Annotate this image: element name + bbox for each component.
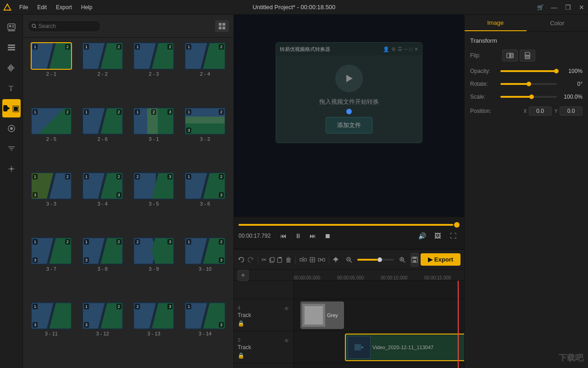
- transition-item-3-14[interactable]: 13 3 - 14: [181, 302, 229, 363]
- sidebar-item-text[interactable]: T: [2, 79, 21, 97]
- sidebar-item-audio[interactable]: [2, 59, 21, 77]
- converter-maximize-btn[interactable]: □: [409, 46, 412, 52]
- rotate-thumb[interactable]: [527, 82, 531, 86]
- grid-view-button[interactable]: [215, 20, 229, 32]
- merge-button[interactable]: [318, 253, 325, 266]
- transition-item-3-2[interactable]: 123 3 - 2: [181, 107, 229, 169]
- cart-icon[interactable]: 🛒: [534, 3, 547, 12]
- track-eye-icon-4[interactable]: 👁: [284, 306, 289, 312]
- transition-item-2-1[interactable]: 12 2 - 1: [28, 42, 75, 104]
- transition-item-3-6[interactable]: 123 3 - 6: [181, 172, 229, 234]
- sidebar-item-transitions[interactable]: ▣: [2, 99, 21, 117]
- fullscreen-button[interactable]: ⛶: [447, 229, 460, 242]
- converter-settings-icon[interactable]: ⚙: [391, 46, 396, 52]
- track-lock-icon-3[interactable]: 🔒: [238, 352, 244, 359]
- delete-button[interactable]: 🗑: [285, 253, 292, 266]
- transition-thumb-2-5[interactable]: 12: [31, 107, 72, 135]
- search-box[interactable]: [28, 20, 101, 32]
- sidebar-item-filters[interactable]: [2, 139, 21, 158]
- transition-item-3-8[interactable]: 123 3 - 8: [79, 237, 127, 299]
- cut-button[interactable]: ✂: [261, 253, 267, 266]
- volume-button[interactable]: 🔊: [416, 229, 428, 242]
- scale-slider[interactable]: [500, 96, 557, 98]
- converter-minimize-btn[interactable]: ─: [404, 46, 408, 52]
- transition-thumb-2-3[interactable]: 12: [133, 42, 174, 70]
- stop-button[interactable]: ⏹: [321, 229, 334, 242]
- transition-item-3-9[interactable]: 23 3 - 9: [130, 237, 178, 299]
- transition-item-3-13[interactable]: 23 3 - 13: [130, 302, 178, 363]
- next-frame-button[interactable]: ⏭: [306, 229, 319, 242]
- transition-thumb-3-11[interactable]: 13: [31, 302, 72, 329]
- progress-bar[interactable]: [239, 224, 460, 226]
- menu-edit[interactable]: Edit: [33, 2, 51, 12]
- transition-thumb-3-14[interactable]: 13: [184, 302, 226, 329]
- restore-button[interactable]: ❒: [561, 3, 574, 12]
- opacity-thumb[interactable]: [554, 69, 559, 73]
- menu-file[interactable]: File: [15, 2, 33, 12]
- search-input[interactable]: [39, 23, 97, 29]
- paste-button[interactable]: [277, 253, 283, 266]
- save-button[interactable]: [410, 253, 419, 267]
- transition-thumb-3-10[interactable]: 123: [184, 237, 226, 265]
- prev-frame-button[interactable]: ⏮: [277, 229, 290, 242]
- app-logo[interactable]: [0, 0, 15, 15]
- add-file-button[interactable]: 添加文件: [326, 117, 372, 134]
- scale-thumb[interactable]: [529, 95, 534, 99]
- transition-item-2-6[interactable]: 12 2 - 6: [79, 107, 127, 169]
- minimize-button[interactable]: —: [548, 3, 560, 12]
- transition-thumb-3-7[interactable]: 123: [31, 237, 72, 265]
- opacity-slider[interactable]: [500, 70, 557, 72]
- transition-item-3-5[interactable]: 23 3 - 5: [130, 172, 178, 234]
- transition-thumb-2-4[interactable]: 12: [184, 42, 226, 70]
- transition-item-3-12[interactable]: 123 3 - 12: [79, 302, 127, 363]
- transition-thumb-3-3[interactable]: 123: [31, 172, 72, 200]
- flip-vertical-button[interactable]: [520, 50, 535, 61]
- screenshot-button[interactable]: 🖼: [431, 229, 444, 242]
- ruler-area[interactable]: 00:00:00.000 00:00:05.000 00:00:10.000 0…: [294, 270, 464, 280]
- tab-color[interactable]: Color: [527, 15, 588, 31]
- transition-thumb-3-5[interactable]: 23: [133, 172, 174, 200]
- transition-thumb-3-2[interactable]: 123: [184, 107, 226, 135]
- track-lock-icon-4[interactable]: 🔒: [238, 320, 244, 327]
- track-eye-icon-3[interactable]: 👁: [284, 338, 289, 344]
- menu-export[interactable]: Export: [51, 2, 77, 12]
- position-x-value[interactable]: 0.0: [529, 106, 552, 116]
- close-button[interactable]: ✕: [575, 3, 588, 12]
- transition-item-3-10[interactable]: 123 3 - 10: [181, 237, 229, 299]
- transition-thumb-3-12[interactable]: 123: [82, 302, 123, 329]
- converter-close-btn[interactable]: ✕: [414, 46, 418, 52]
- pause-button[interactable]: ⏸: [292, 229, 305, 242]
- sidebar-item-layers[interactable]: [2, 39, 21, 57]
- transition-thumb-2-1[interactable]: 12: [31, 42, 72, 70]
- transition-item-2-2[interactable]: 12 2 - 2: [79, 42, 127, 104]
- transition-item-3-3[interactable]: 123 3 - 3: [28, 172, 75, 234]
- transition-thumb-2-6[interactable]: 12: [82, 107, 123, 135]
- transition-thumb-3-8[interactable]: 123: [82, 237, 123, 265]
- split-button[interactable]: [300, 253, 307, 266]
- position-y-value[interactable]: 0.0: [560, 106, 582, 116]
- undo-button[interactable]: [238, 253, 245, 266]
- flip-horizontal-button[interactable]: [502, 50, 518, 61]
- transition-thumb-3-1[interactable]: 123: [133, 107, 174, 135]
- sidebar-item-more[interactable]: [2, 160, 21, 178]
- converter-menu-icon[interactable]: ☰: [398, 46, 402, 52]
- transition-item-3-1[interactable]: 123 3 - 1: [130, 107, 178, 169]
- add-track-button[interactable]: +: [238, 270, 249, 281]
- zoom-slider[interactable]: [357, 259, 394, 261]
- transition-thumb-3-13[interactable]: 23: [133, 302, 174, 329]
- tab-image[interactable]: Image: [465, 15, 527, 31]
- transition-item-3-7[interactable]: 123 3 - 7: [28, 237, 75, 299]
- transition-thumb-3-4[interactable]: 123: [82, 172, 123, 200]
- transition-item-2-5[interactable]: 12 2 - 5: [28, 107, 75, 169]
- export-button[interactable]: ▶ Export: [421, 253, 460, 266]
- transition-thumb-3-9[interactable]: 23: [133, 237, 174, 265]
- zoom-out-button[interactable]: [343, 253, 355, 266]
- redo-button[interactable]: [247, 253, 254, 266]
- transition-item-3-11[interactable]: 13 3 - 11: [28, 302, 75, 363]
- transition-item-2-3[interactable]: 12 2 - 3: [130, 42, 178, 104]
- progress-bar-wrap[interactable]: [239, 224, 460, 226]
- progress-thumb[interactable]: [454, 222, 460, 228]
- crop-button[interactable]: [309, 253, 316, 266]
- zoom-in-button[interactable]: [396, 253, 409, 266]
- transition-item-2-4[interactable]: 12 2 - 4: [181, 42, 229, 104]
